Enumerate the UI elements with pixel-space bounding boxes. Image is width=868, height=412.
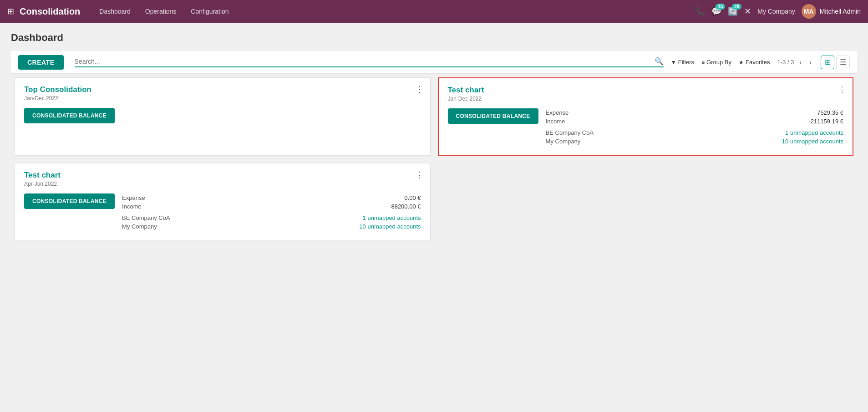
card3-expense-label: Expense [122,194,145,201]
card2-stats: Expense 7529.35 € Income -211159.19 € BE… [546,108,843,146]
right-controls: 🔍 ▼ Filters ≡ Group By ★ Favorites 1-3 /… [75,56,850,69]
card2-company2-row: My Company 10 unmapped accounts [546,137,843,146]
card3-company1-label: BE Company CoA [122,214,170,221]
card3-expense-row: Expense 0.00 € [122,193,421,202]
card3-company2-unmapped[interactable]: 10 unmapped accounts [359,223,421,230]
card-test-chart-jan: ⋮ Test chart Jan-Dec 2022 CONSOLIDATED B… [438,77,854,156]
card3-income-label: Income [122,203,142,210]
left-controls: CREATE [18,55,64,70]
card1-menu-icon[interactable]: ⋮ [416,84,424,94]
card-top-consolidation: ⋮ Top Consolidation Jan-Dec 2022 CONSOLI… [15,77,431,156]
card2-company2-unmapped[interactable]: 10 unmapped accounts [782,138,843,145]
card3-stats: Expense 0.00 € Income -88200.00 € BE Com… [122,193,421,231]
star-icon: ★ [739,59,744,66]
card2-expense-label: Expense [546,109,569,116]
cards-grid: ⋮ Top Consolidation Jan-Dec 2022 CONSOLI… [11,74,857,244]
activities-icon-wrap[interactable]: 🔄 28 [728,6,738,16]
filter-icon: ▼ [671,59,676,66]
card3-date: Apr-Jun 2022 [24,181,421,187]
group-by-button[interactable]: ≡ Group By [701,59,731,66]
pagination: 1-3 / 3 ‹ › [777,57,813,67]
page-title: Dashboard [11,32,857,44]
card1-body: CONSOLIDATED BALANCE [24,108,421,123]
pagination-next[interactable]: › [807,57,813,67]
nav-item-operations[interactable]: Operations [139,4,183,19]
company-name[interactable]: My Company [757,8,795,15]
card3-company1-unmapped[interactable]: 1 unmapped accounts [363,214,421,221]
group-by-label: Group By [706,59,731,66]
nav-item-dashboard[interactable]: Dashboard [93,4,137,19]
favorites-button[interactable]: ★ Favorites [739,59,770,66]
pagination-prev[interactable]: ‹ [797,57,803,67]
filters-button[interactable]: ▼ Filters [671,59,694,66]
card2-company1-unmapped[interactable]: 1 unmapped accounts [785,129,843,136]
card2-menu-icon[interactable]: ⋮ [838,85,846,95]
card2-title[interactable]: Test chart [448,86,844,95]
card2-company1-label: BE Company CoA [546,129,594,136]
card1-date: Jan-Dec 2022 [24,95,421,102]
filter-section: ▼ Filters ≡ Group By ★ Favorites 1-3 / 3… [671,56,850,69]
card3-menu-icon[interactable]: ⋮ [416,170,424,180]
search-input[interactable] [75,58,655,65]
grid-menu-icon[interactable]: ⊞ [7,6,14,16]
activities-badge: 28 [732,4,741,10]
view-icons: ⊞ ☰ [821,56,850,69]
card1-consolidated-button[interactable]: CONSOLIDATED BALANCE [24,108,115,123]
card3-company1-row: BE Company CoA 1 unmapped accounts [122,214,421,222]
grid-view-button[interactable]: ⊞ [821,56,834,69]
user-name: Mitchell Admin [820,8,861,15]
messages-icon-wrap[interactable]: 💬 15 [711,6,721,16]
list-icon: ≡ [701,59,705,66]
card3-consolidated-button[interactable]: CONSOLIDATED BALANCE [24,193,115,209]
nav-menu: Dashboard Operations Configuration [93,4,235,19]
phone-icon: 📞 [695,7,705,16]
card3-body: CONSOLIDATED BALANCE Expense 0.00 € Inco… [24,193,421,231]
close-icon-wrap[interactable]: ✕ [744,6,751,16]
card2-income-value: -211159.19 € [808,118,843,125]
card3-company2-row: My Company 10 unmapped accounts [122,222,421,231]
app-title: Consolidation [20,6,80,17]
list-view-button[interactable]: ☰ [836,56,850,69]
filters-label: Filters [678,59,694,66]
card2-company2-label: My Company [546,138,581,145]
card3-title[interactable]: Test chart [24,171,421,180]
card2-income-label: Income [546,118,565,125]
controls-row: CREATE 🔍 ▼ Filters ≡ Group By ★ Favorite… [11,51,857,74]
phone-icon-wrap[interactable]: 📞 [695,6,705,16]
card3-expense-value: 0.00 € [404,194,421,201]
top-navigation: ⊞ Consolidation Dashboard Operations Con… [0,0,868,23]
card2-company1-row: BE Company CoA 1 unmapped accounts [546,128,843,137]
card3-company2-label: My Company [122,223,157,230]
card-test-chart-apr: ⋮ Test chart Apr-Jun 2022 CONSOLIDATED B… [15,163,431,240]
card3-income-row: Income -88200.00 € [122,202,421,211]
favorites-label: Favorites [746,59,770,66]
card2-expense-value: 7529.35 € [817,109,843,116]
search-section: 🔍 [75,57,664,67]
card3-income-value: -88200.00 € [389,203,421,210]
nav-item-configuration[interactable]: Configuration [184,4,235,19]
user-avatar: MA [802,4,816,19]
main-content: Dashboard CREATE 🔍 ▼ Filters ≡ Group By [0,23,868,253]
search-icon[interactable]: 🔍 [655,57,664,66]
create-button[interactable]: CREATE [18,55,64,70]
card2-body: CONSOLIDATED BALANCE Expense 7529.35 € I… [448,108,844,146]
card2-expense-row: Expense 7529.35 € [546,108,843,117]
pagination-text: 1-3 / 3 [777,59,794,66]
card2-consolidated-button[interactable]: CONSOLIDATED BALANCE [448,108,538,124]
close-icon: ✕ [744,7,751,16]
card2-income-row: Income -211159.19 € [546,117,843,126]
card2-date: Jan-Dec 2022 [448,96,844,102]
messages-badge: 15 [716,4,725,10]
user-menu[interactable]: MA Mitchell Admin [802,4,861,19]
card1-title[interactable]: Top Consolidation [24,85,421,94]
topnav-icons: 📞 💬 15 🔄 28 ✕ My Company MA Mitchell Adm… [695,4,861,19]
